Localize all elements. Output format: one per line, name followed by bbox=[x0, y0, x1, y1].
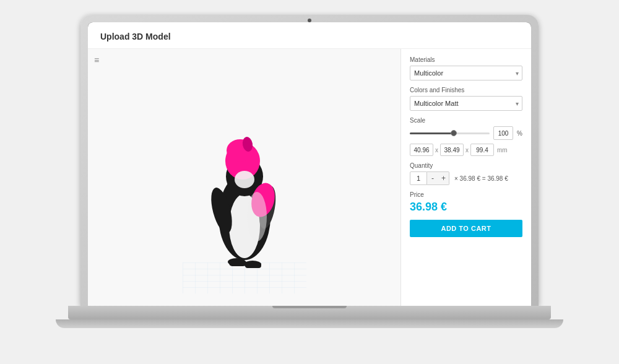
colors-select-wrapper: Multicolor Matt bbox=[410, 96, 522, 111]
laptop-bottom bbox=[56, 319, 563, 328]
app-container: Upload 3D Model ≡ bbox=[88, 22, 531, 306]
quantity-minus-button[interactable]: - bbox=[427, 171, 438, 185]
laptop-camera bbox=[308, 19, 311, 22]
app-body: ≡ bbox=[88, 49, 531, 306]
scale-unit: % bbox=[517, 130, 522, 137]
quantity-value: 1 bbox=[410, 171, 427, 185]
scale-value[interactable]: 100 bbox=[493, 126, 513, 140]
price-group: Price 36.98 € bbox=[410, 191, 522, 214]
price-label: Price bbox=[410, 191, 522, 198]
quantity-price-text: × 36.98 € = 36.98 € bbox=[454, 175, 508, 182]
price-value: 36.98 € bbox=[410, 201, 522, 214]
quantity-plus-button[interactable]: + bbox=[438, 171, 449, 185]
svg-rect-14 bbox=[245, 262, 261, 268]
scale-group: Scale 100 % bbox=[410, 117, 522, 156]
dim-sep-y: x bbox=[465, 147, 469, 154]
colors-finishes-label: Colors and Finishes bbox=[410, 87, 522, 93]
quantity-group: Quantity 1 - + × 36.98 € = 36.98 € bbox=[410, 162, 522, 185]
dim-y-value[interactable]: 38.49 bbox=[440, 144, 464, 156]
svg-rect-13 bbox=[229, 260, 246, 266]
dim-z-value[interactable]: 99.4 bbox=[470, 144, 494, 156]
materials-group: Materials Multicolor bbox=[410, 56, 522, 80]
slider-track bbox=[410, 132, 490, 134]
materials-select-wrapper: Multicolor bbox=[410, 66, 522, 80]
colors-finishes-select[interactable]: Multicolor Matt bbox=[410, 96, 522, 111]
laptop-wrapper: Upload 3D Model ≡ bbox=[56, 15, 563, 349]
right-panel: Materials Multicolor Colors and Finishes bbox=[401, 49, 531, 306]
materials-select[interactable]: Multicolor bbox=[410, 66, 522, 80]
quantity-label: Quantity bbox=[410, 162, 522, 169]
viewer-panel: ≡ bbox=[88, 49, 401, 306]
scale-row: 100 % bbox=[410, 126, 522, 140]
quantity-row: 1 - + × 36.98 € = 36.98 € bbox=[410, 171, 522, 185]
scale-slider-container[interactable] bbox=[410, 129, 490, 137]
laptop-screen-bezel: Upload 3D Model ≡ bbox=[88, 22, 531, 306]
slider-thumb bbox=[451, 130, 457, 136]
colors-finishes-group: Colors and Finishes Multicolor Matt bbox=[410, 87, 522, 111]
slider-fill bbox=[410, 132, 454, 134]
dimensions-row: 40.96 x 38.49 x 99.4 mm bbox=[410, 144, 522, 156]
penguin-container bbox=[198, 108, 291, 284]
svg-point-15 bbox=[235, 171, 254, 188]
laptop-screen-outer: Upload 3D Model ≡ bbox=[80, 15, 539, 306]
svg-point-10 bbox=[247, 192, 267, 241]
dim-x-value[interactable]: 40.96 bbox=[410, 144, 433, 156]
penguin-svg bbox=[198, 108, 291, 282]
page-title: Upload 3D Model bbox=[100, 32, 171, 41]
dim-sep-x: x bbox=[435, 147, 438, 154]
app-header: Upload 3D Model bbox=[88, 22, 531, 49]
laptop-base bbox=[68, 306, 551, 319]
dim-unit: mm bbox=[497, 147, 508, 154]
add-to-cart-button[interactable]: ADD TO CART bbox=[410, 220, 522, 237]
materials-label: Materials bbox=[410, 56, 522, 63]
viewer-canvas bbox=[88, 49, 400, 306]
scale-label: Scale bbox=[410, 117, 522, 124]
screen-content: Upload 3D Model ≡ bbox=[88, 22, 531, 306]
